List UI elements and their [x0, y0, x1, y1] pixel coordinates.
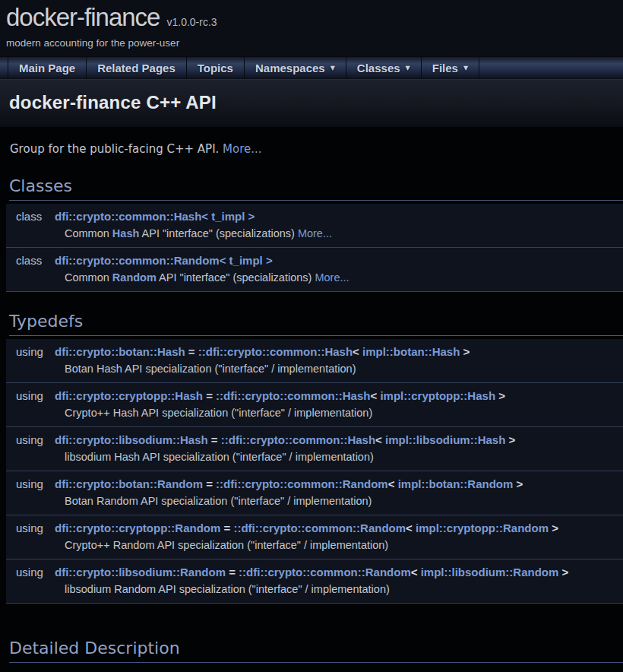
class-link[interactable]: dfi::crypto::common::Random< t_impl >	[55, 254, 273, 267]
member-kind: class	[6, 252, 55, 269]
member-description: Crypto++ Random API specialization ("int…	[65, 537, 623, 553]
section-heading-classes: Classes	[9, 176, 623, 201]
decl-operator: =	[226, 566, 239, 578]
typedef-link[interactable]: dfi::crypto::libsodium::Hash	[55, 433, 208, 446]
page-title: docker-finance C++ API	[9, 92, 614, 113]
nav-tab-namespaces[interactable]: Namespaces ▼	[245, 57, 346, 79]
nav-tab-label: Topics	[198, 62, 233, 74]
template-arg-link[interactable]: impl::botan::Random	[398, 477, 514, 490]
nav-tab-related-pages[interactable]: Related Pages	[87, 57, 187, 79]
template-arg-link[interactable]: impl::libsodium::Hash	[385, 433, 505, 446]
member-description: libsodium Random API specialization ("in…	[65, 581, 623, 598]
project-header: docker-finance v1.0.0-rc.3 modern accoun…	[0, 0, 623, 56]
typedef-row: using dfi::crypto::cryptopp::Random = ::…	[6, 515, 623, 559]
desc-text: API "interface" (specializations)	[157, 271, 315, 284]
nav-tab-label: Namespaces	[255, 62, 325, 74]
member-description: libsodium Hash API specialization ("inte…	[65, 449, 623, 465]
target-type-link[interactable]: ::dfi::crypto::common::Hash	[198, 345, 353, 358]
chevron-down-icon: ▼	[406, 65, 410, 71]
decl-operator: >	[460, 345, 470, 358]
classes-table: class dfi::crypto::common::Hash< t_impl …	[6, 204, 623, 292]
chevron-down-icon: ▼	[463, 65, 468, 71]
member-kind: using	[6, 388, 55, 404]
decl-operator: >	[495, 389, 505, 402]
typedef-row: using dfi::crypto::botan::Random = ::dfi…	[6, 471, 623, 515]
desc-text: Common	[65, 227, 112, 239]
main-nav: Main Page Related Pages Topics Namespace…	[0, 56, 623, 79]
decl-operator: <	[388, 477, 398, 490]
target-type-link[interactable]: ::dfi::crypto::common::Random	[239, 566, 411, 578]
member-description: Botan Random API specialization ("interf…	[65, 493, 623, 509]
typedefs-table: using dfi::crypto::botan::Hash = ::dfi::…	[6, 339, 623, 604]
member-kind: using	[6, 432, 55, 449]
decl-operator: =	[208, 433, 221, 446]
decl-operator: <	[411, 566, 421, 578]
template-arg-link[interactable]: impl::cryptopp::Hash	[380, 389, 495, 402]
decl-operator: >	[513, 477, 523, 490]
nav-tab-files[interactable]: Files ▼	[422, 57, 479, 79]
decl-operator: <	[375, 433, 385, 446]
typedef-link[interactable]: dfi::crypto::botan::Hash	[55, 345, 185, 358]
member-description: Common Hash API "interface" (specializat…	[65, 225, 623, 242]
class-row: class dfi::crypto::common::Random< t_imp…	[6, 248, 623, 292]
decl-operator: <	[406, 521, 416, 534]
class-row: class dfi::crypto::common::Hash< t_impl …	[6, 204, 623, 248]
member-kind: using	[6, 344, 55, 360]
member-description: Crypto++ Hash API specialization ("inter…	[65, 404, 623, 421]
typedef-row: using dfi::crypto::botan::Hash = ::dfi::…	[6, 339, 623, 383]
desc-text: Common	[65, 271, 112, 284]
member-kind: using	[6, 476, 55, 493]
template-arg-link[interactable]: impl::libsodium::Random	[421, 566, 559, 578]
member-kind: class	[6, 208, 55, 225]
class-short-link[interactable]: Random	[112, 271, 157, 284]
decl-operator: <	[353, 345, 362, 358]
member-description: Botan Hash API specialization ("interfac…	[65, 360, 623, 377]
nav-tab-main-page[interactable]: Main Page	[8, 57, 87, 79]
nav-tab-classes[interactable]: Classes ▼	[346, 57, 422, 79]
group-summary: Group for the public-facing C++ API. Mor…	[10, 141, 613, 157]
typedef-link[interactable]: dfi::crypto::libsodium::Random	[55, 566, 226, 578]
decl-operator: =	[203, 477, 216, 490]
target-type-link[interactable]: ::dfi::crypto::common::Hash	[221, 433, 375, 446]
project-name: docker-finance	[6, 3, 160, 32]
template-arg-link[interactable]: impl::cryptopp::Random	[416, 521, 549, 534]
template-arg-link[interactable]: impl::botan::Hash	[362, 345, 460, 358]
desc-text: API "interface" (specializations)	[139, 227, 298, 239]
project-version: v1.0.0-rc.3	[166, 16, 217, 28]
page-title-band: docker-finance C++ API	[0, 79, 623, 127]
typedef-link[interactable]: dfi::crypto::botan::Random	[55, 477, 203, 490]
decl-operator: =	[220, 521, 233, 534]
section-heading-detailed-description: Detailed Description	[9, 639, 623, 663]
more-link[interactable]: More...	[298, 227, 332, 239]
nav-tab-label: Classes	[357, 62, 400, 74]
group-summary-text: Group for the public-facing C++ API.	[10, 142, 219, 156]
decl-operator: >	[549, 521, 558, 534]
more-link[interactable]: More...	[315, 271, 349, 284]
decl-operator: <	[370, 389, 380, 402]
target-type-link[interactable]: ::dfi::crypto::common::Hash	[216, 389, 370, 402]
decl-operator: >	[505, 433, 515, 446]
typedef-link[interactable]: dfi::crypto::cryptopp::Hash	[55, 389, 203, 402]
target-type-link[interactable]: ::dfi::crypto::common::Random	[233, 521, 406, 534]
class-link[interactable]: dfi::crypto::common::Hash< t_impl >	[55, 210, 255, 223]
nav-tab-topics[interactable]: Topics	[187, 57, 245, 79]
typedef-row: using dfi::crypto::libsodium::Random = :…	[6, 559, 623, 604]
page-contents: Group for the public-facing C++ API. Mor…	[0, 141, 623, 672]
nav-tab-label: Related Pages	[97, 62, 176, 74]
typedef-row: using dfi::crypto::cryptopp::Hash = ::df…	[6, 383, 623, 427]
target-type-link[interactable]: ::dfi::crypto::common::Random	[216, 477, 388, 490]
typedef-link[interactable]: dfi::crypto::cryptopp::Random	[55, 521, 220, 534]
typedef-row: using dfi::crypto::libsodium::Hash = ::d…	[6, 427, 623, 471]
chevron-down-icon: ▼	[330, 65, 335, 71]
more-link[interactable]: More...	[223, 142, 262, 156]
nav-tab-label: Main Page	[19, 62, 75, 74]
class-short-link[interactable]: Hash	[112, 227, 139, 239]
decl-operator: >	[558, 566, 568, 578]
section-heading-typedefs: Typedefs	[9, 312, 623, 336]
member-description: Common Random API "interface" (specializ…	[65, 269, 623, 286]
member-kind: using	[6, 520, 55, 537]
nav-tab-label: Files	[432, 62, 458, 74]
member-kind: using	[6, 564, 55, 581]
decl-operator: =	[203, 389, 216, 402]
decl-operator: =	[185, 345, 198, 358]
